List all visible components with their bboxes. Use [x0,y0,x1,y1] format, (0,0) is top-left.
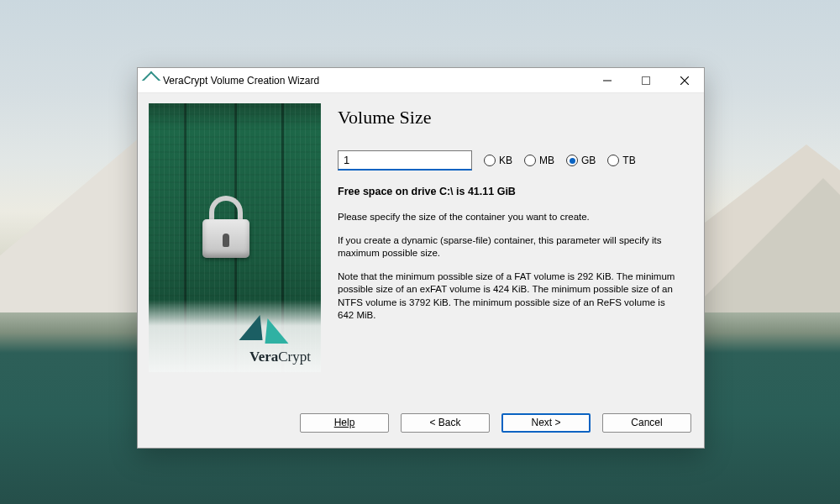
unit-gb-label: GB [581,155,596,166]
volume-size-input[interactable] [338,150,472,171]
cancel-button-label: Cancel [631,417,662,428]
radio-icon [566,155,578,166]
free-space-text: Free space on drive C:\ is 41.11 GiB [338,186,693,197]
wizard-footer: Help < Back Next > Cancel [149,406,693,439]
window-title: VeraCrypt Volume Creation Wizard [163,75,319,87]
next-button-label: Next > [531,417,560,428]
padlock-icon [202,196,249,258]
radio-icon [484,155,496,166]
help-button[interactable]: Help [300,413,389,433]
next-button[interactable]: Next > [501,413,591,433]
unit-mb-radio[interactable]: MB [524,155,554,166]
unit-mb-label: MB [539,155,554,166]
unit-tb-radio[interactable]: TB [607,155,635,166]
dynamic-note-text: If you create a dynamic (sparse-file) co… [338,234,682,260]
min-size-note-text: Note that the minimum possible size of a… [338,270,682,323]
unit-kb-label: KB [499,155,512,166]
wizard-window: VeraCrypt Volume Creation Wizard [137,67,705,449]
veracrypt-app-icon [144,74,158,87]
back-button[interactable]: < Back [401,413,490,433]
titlebar[interactable]: VeraCrypt Volume Creation Wizard [138,68,704,93]
unit-kb-radio[interactable]: KB [484,155,512,166]
veracrypt-brand: VeraCrypt [149,300,321,372]
radio-icon [607,155,619,166]
minimize-button[interactable] [588,68,627,93]
radio-icon [524,155,536,166]
desktop-wallpaper: VeraCrypt Volume Creation Wizard [0,0,840,504]
instruction-text: Please specify the size of the container… [338,211,682,224]
help-button-label: Help [334,417,355,428]
wizard-content: Volume Size KB MB GB [338,103,693,406]
svg-rect-0 [643,76,650,84]
cancel-button[interactable]: Cancel [602,413,691,433]
unit-gb-radio[interactable]: GB [566,155,596,166]
wizard-side-image: VeraCrypt [149,103,321,372]
brand-name-bold: Vera [249,349,278,365]
brand-name-rest: Crypt [278,349,311,365]
page-heading: Volume Size [338,107,693,129]
wallpaper-mountain [689,178,840,312]
back-button-label: < Back [429,417,460,428]
veracrypt-logo-icon [244,315,287,347]
close-button[interactable] [665,68,704,93]
maximize-button[interactable] [627,68,665,93]
unit-tb-label: TB [622,155,635,166]
